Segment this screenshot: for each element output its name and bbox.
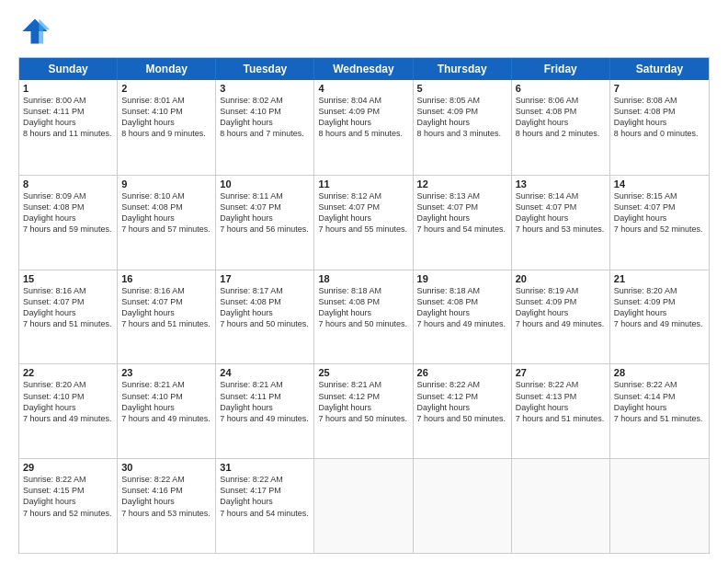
cell-info: Sunrise: 8:00 AM Sunset: 4:11 PM Dayligh… xyxy=(23,95,113,140)
cell-info: Sunrise: 8:17 AM Sunset: 4:08 PM Dayligh… xyxy=(220,285,310,330)
calendar-body: 1 Sunrise: 8:00 AM Sunset: 4:11 PM Dayli… xyxy=(19,80,709,553)
cell-info: Sunrise: 8:08 AM Sunset: 4:08 PM Dayligh… xyxy=(614,95,705,140)
day-cell-19: 19 Sunrise: 8:18 AM Sunset: 4:08 PM Dayl… xyxy=(414,270,512,364)
day-cell-12: 12 Sunrise: 8:13 AM Sunset: 4:07 PM Dayl… xyxy=(414,176,512,270)
cell-info: Sunrise: 8:22 AM Sunset: 4:12 PM Dayligh… xyxy=(417,379,507,424)
weekday-header-friday: Friday xyxy=(512,58,610,80)
cell-info: Sunrise: 8:18 AM Sunset: 4:08 PM Dayligh… xyxy=(417,285,507,330)
cell-info: Sunrise: 8:21 AM Sunset: 4:12 PM Dayligh… xyxy=(318,379,408,424)
cell-info: Sunrise: 8:21 AM Sunset: 4:11 PM Dayligh… xyxy=(220,379,310,424)
day-cell-10: 10 Sunrise: 8:11 AM Sunset: 4:07 PM Dayl… xyxy=(216,176,314,270)
cell-info: Sunrise: 8:09 AM Sunset: 4:08 PM Dayligh… xyxy=(23,190,113,236)
day-cell-9: 9 Sunrise: 8:10 AM Sunset: 4:08 PM Dayli… xyxy=(118,176,216,270)
calendar-week-3: 15 Sunrise: 8:16 AM Sunset: 4:07 PM Dayl… xyxy=(19,270,709,364)
day-cell-8: 8 Sunrise: 8:09 AM Sunset: 4:08 PM Dayli… xyxy=(19,176,118,270)
day-cell-16: 16 Sunrise: 8:16 AM Sunset: 4:07 PM Dayl… xyxy=(118,270,216,364)
calendar: SundayMondayTuesdayWednesdayThursdayFrid… xyxy=(18,57,710,554)
empty-cell xyxy=(314,459,413,553)
cell-info: Sunrise: 8:22 AM Sunset: 4:14 PM Dayligh… xyxy=(614,379,705,424)
day-number: 11 xyxy=(318,178,408,190)
day-cell-29: 29 Sunrise: 8:22 AM Sunset: 4:15 PM Dayl… xyxy=(19,459,118,553)
day-number: 30 xyxy=(121,462,211,473)
day-cell-3: 3 Sunrise: 8:02 AM Sunset: 4:10 PM Dayli… xyxy=(216,80,314,175)
day-cell-21: 21 Sunrise: 8:20 AM Sunset: 4:09 PM Dayl… xyxy=(610,270,709,364)
cell-info: Sunrise: 8:10 AM Sunset: 4:08 PM Dayligh… xyxy=(121,190,211,236)
cell-info: Sunrise: 8:22 AM Sunset: 4:15 PM Dayligh… xyxy=(23,474,113,519)
day-cell-5: 5 Sunrise: 8:05 AM Sunset: 4:09 PM Dayli… xyxy=(414,80,512,175)
cell-info: Sunrise: 8:16 AM Sunset: 4:07 PM Dayligh… xyxy=(23,285,113,330)
cell-info: Sunrise: 8:06 AM Sunset: 4:08 PM Dayligh… xyxy=(516,95,606,140)
day-cell-13: 13 Sunrise: 8:14 AM Sunset: 4:07 PM Dayl… xyxy=(512,176,610,270)
day-number: 26 xyxy=(417,367,507,378)
day-cell-7: 7 Sunrise: 8:08 AM Sunset: 4:08 PM Dayli… xyxy=(610,80,709,175)
day-number: 8 xyxy=(23,178,113,190)
weekday-header-wednesday: Wednesday xyxy=(314,58,413,80)
day-number: 7 xyxy=(614,83,705,94)
weekday-header-saturday: Saturday xyxy=(610,58,709,80)
cell-info: Sunrise: 8:18 AM Sunset: 4:08 PM Dayligh… xyxy=(318,285,408,330)
page: SundayMondayTuesdayWednesdayThursdayFrid… xyxy=(0,0,728,563)
cell-info: Sunrise: 8:21 AM Sunset: 4:10 PM Dayligh… xyxy=(121,379,211,424)
cell-info: Sunrise: 8:04 AM Sunset: 4:09 PM Dayligh… xyxy=(318,95,408,140)
day-number: 28 xyxy=(614,367,705,378)
day-number: 19 xyxy=(417,273,507,284)
empty-cell xyxy=(610,459,709,553)
cell-info: Sunrise: 8:22 AM Sunset: 4:16 PM Dayligh… xyxy=(121,474,211,519)
day-cell-4: 4 Sunrise: 8:04 AM Sunset: 4:09 PM Dayli… xyxy=(314,80,413,175)
day-number: 20 xyxy=(516,273,606,284)
day-cell-14: 14 Sunrise: 8:15 AM Sunset: 4:07 PM Dayl… xyxy=(610,176,709,270)
weekday-header-monday: Monday xyxy=(118,58,216,80)
day-number: 31 xyxy=(220,462,310,473)
cell-info: Sunrise: 8:15 AM Sunset: 4:07 PM Dayligh… xyxy=(614,190,705,236)
day-number: 2 xyxy=(121,83,211,94)
day-number: 3 xyxy=(220,83,310,94)
day-cell-2: 2 Sunrise: 8:01 AM Sunset: 4:10 PM Dayli… xyxy=(118,80,216,175)
day-number: 4 xyxy=(318,83,408,94)
day-cell-27: 27 Sunrise: 8:22 AM Sunset: 4:13 PM Dayl… xyxy=(512,364,610,458)
day-number: 13 xyxy=(516,178,606,190)
day-number: 24 xyxy=(220,367,310,378)
day-number: 17 xyxy=(220,273,310,284)
day-number: 6 xyxy=(516,83,606,94)
day-number: 27 xyxy=(516,367,606,378)
cell-info: Sunrise: 8:13 AM Sunset: 4:07 PM Dayligh… xyxy=(417,190,507,236)
day-number: 18 xyxy=(318,273,408,284)
day-cell-30: 30 Sunrise: 8:22 AM Sunset: 4:16 PM Dayl… xyxy=(118,459,216,553)
day-cell-6: 6 Sunrise: 8:06 AM Sunset: 4:08 PM Dayli… xyxy=(512,80,610,175)
cell-info: Sunrise: 8:22 AM Sunset: 4:17 PM Dayligh… xyxy=(220,474,310,519)
cell-info: Sunrise: 8:11 AM Sunset: 4:07 PM Dayligh… xyxy=(220,190,310,236)
day-number: 23 xyxy=(121,367,211,378)
cell-info: Sunrise: 8:01 AM Sunset: 4:10 PM Dayligh… xyxy=(121,95,211,140)
cell-info: Sunrise: 8:05 AM Sunset: 4:09 PM Dayligh… xyxy=(417,95,507,140)
calendar-week-4: 22 Sunrise: 8:20 AM Sunset: 4:10 PM Dayl… xyxy=(19,363,709,458)
day-cell-26: 26 Sunrise: 8:22 AM Sunset: 4:12 PM Dayl… xyxy=(414,364,512,458)
day-cell-25: 25 Sunrise: 8:21 AM Sunset: 4:12 PM Dayl… xyxy=(314,364,413,458)
weekday-header-tuesday: Tuesday xyxy=(216,58,314,80)
weekday-header-sunday: Sunday xyxy=(19,58,118,80)
day-number: 21 xyxy=(614,273,705,284)
cell-info: Sunrise: 8:02 AM Sunset: 4:10 PM Dayligh… xyxy=(220,95,310,140)
day-number: 15 xyxy=(23,273,113,284)
day-number: 29 xyxy=(23,462,113,473)
day-number: 12 xyxy=(417,178,507,190)
day-cell-20: 20 Sunrise: 8:19 AM Sunset: 4:09 PM Dayl… xyxy=(512,270,610,364)
calendar-header: SundayMondayTuesdayWednesdayThursdayFrid… xyxy=(19,58,709,80)
cell-info: Sunrise: 8:22 AM Sunset: 4:13 PM Dayligh… xyxy=(516,379,606,424)
cell-info: Sunrise: 8:16 AM Sunset: 4:07 PM Dayligh… xyxy=(121,285,211,330)
day-number: 1 xyxy=(23,83,113,94)
cell-info: Sunrise: 8:14 AM Sunset: 4:07 PM Dayligh… xyxy=(516,190,606,236)
day-number: 22 xyxy=(23,367,113,378)
calendar-week-1: 1 Sunrise: 8:00 AM Sunset: 4:11 PM Dayli… xyxy=(19,80,709,175)
calendar-week-5: 29 Sunrise: 8:22 AM Sunset: 4:15 PM Dayl… xyxy=(19,458,709,553)
header xyxy=(18,15,710,48)
day-cell-24: 24 Sunrise: 8:21 AM Sunset: 4:11 PM Dayl… xyxy=(216,364,314,458)
day-cell-17: 17 Sunrise: 8:17 AM Sunset: 4:08 PM Dayl… xyxy=(216,270,314,364)
day-cell-23: 23 Sunrise: 8:21 AM Sunset: 4:10 PM Dayl… xyxy=(118,364,216,458)
empty-cell xyxy=(512,459,610,553)
day-number: 5 xyxy=(417,83,507,94)
cell-info: Sunrise: 8:19 AM Sunset: 4:09 PM Dayligh… xyxy=(516,285,606,330)
day-number: 10 xyxy=(220,178,310,190)
day-number: 16 xyxy=(121,273,211,284)
day-cell-31: 31 Sunrise: 8:22 AM Sunset: 4:17 PM Dayl… xyxy=(216,459,314,553)
logo-icon xyxy=(18,15,51,48)
